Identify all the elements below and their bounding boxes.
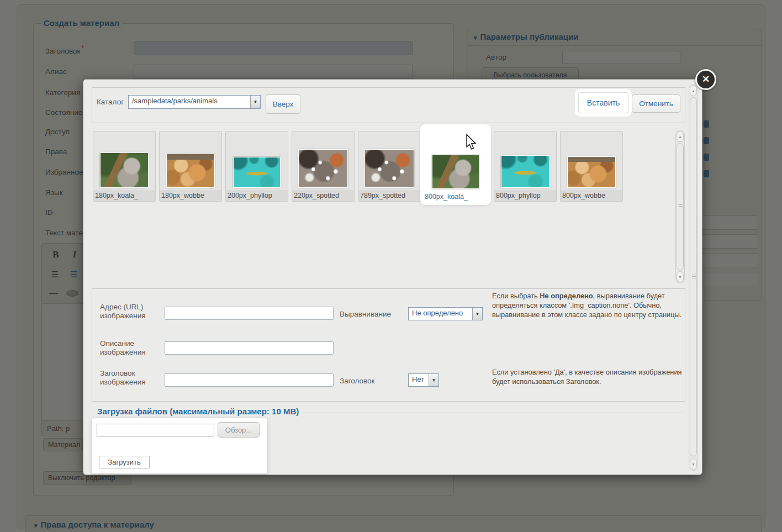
image-title-label: Заголовок изображения [100,369,162,387]
scroll-down-icon[interactable]: ▼ [677,271,684,282]
align-help-prefix: Если выбрать [492,292,540,300]
file-name: 220px_spotted [292,190,354,201]
quoll-image [364,149,414,188]
scrollbar-grip [679,204,683,208]
close-icon[interactable]: ✕ [695,69,716,90]
caption-help-text: Если установлено 'Да', в качестве описан… [492,367,689,386]
align-select[interactable]: Не определено ▼ [408,307,483,320]
modal-scrollbar[interactable]: ▲ ▼ [689,84,698,471]
sea-dragon-image [233,157,281,188]
image-title-input[interactable] [165,373,334,387]
file-thumbnail[interactable]: 800px_wobbe [560,131,623,202]
thumbnails-scrollbar[interactable]: ▲ ▼ [675,130,685,283]
file-thumbnail-selected[interactable]: 800px_koala_ [422,127,489,203]
upload-legend: Загрузка файлов (максимальный размер: 10… [94,407,302,416]
directory-select[interactable]: /sampledata/parks/animals ▼ [128,95,261,109]
file-name: 789px_spotted [358,190,420,201]
file-name: 200px_phyllop [226,190,288,201]
upload-highlight-box: Обзор... Загрузить [92,418,267,473]
wobbegong-image [567,156,616,188]
chevron-down-icon: ▼ [472,308,482,320]
file-name: 180px_koala_ [93,190,155,201]
cursor-icon [464,134,478,150]
up-button[interactable]: Вверх [266,94,300,114]
sea-dragon-image [501,155,549,188]
image-url-input[interactable] [165,307,334,320]
scroll-up-icon[interactable]: ▲ [677,131,684,142]
cancel-button[interactable]: Отменить [632,94,680,113]
file-name: 800px_koala_ [423,191,488,202]
file-thumbnail[interactable]: 180px_koala_ [93,131,156,202]
file-thumbnail[interactable]: 800px_phyllop [494,131,557,202]
chevron-down-icon: ▼ [429,374,438,386]
caption-label: Заголовок [340,377,374,385]
file-name: 800px_phyllop [494,190,556,201]
align-select-value: Не определено [409,308,472,320]
insert-button[interactable]: Вставить [578,92,628,113]
directory-label: Каталог [97,98,124,106]
caption-select[interactable]: Нет ▼ [408,373,439,387]
file-thumbnail[interactable]: 220px_spotted [292,131,355,202]
directory-select-value: /sampledata/parks/animals [129,96,250,108]
screen: Создать материал Заголовок* Алиас Катего… [0,0,782,532]
image-url-label: Адрес (URL) изображения [100,303,162,320]
koala-image [432,155,479,189]
wobbegong-image [166,154,215,188]
scrollbar-grip [692,275,696,278]
align-help-bold: Не определено [540,292,593,300]
browse-button[interactable]: Обзор... [218,422,260,438]
chevron-down-icon: ▼ [250,96,260,108]
image-insert-modal: ✕ Каталог /sampledata/parks/animals ▼ Вв… [83,79,702,475]
scroll-up-icon[interactable]: ▲ [690,85,697,96]
file-thumbnail[interactable]: 180px_wobbe [159,131,222,202]
scrollbar-thumb[interactable] [677,143,684,270]
image-desc-label: Описание изображения [100,339,162,357]
scroll-down-icon[interactable]: ▼ [690,459,697,470]
scrollbar-thumb[interactable] [690,97,697,456]
image-desc-input[interactable] [165,341,334,355]
koala-image [100,152,149,188]
align-help-text: Если выбрать Не определено, выравнивание… [492,291,689,319]
align-label: Выравнивание [340,310,391,318]
upload-button[interactable]: Загрузить [99,456,150,468]
file-name: 180px_wobbe [160,190,221,201]
file-thumbnail[interactable]: 789px_spotted [358,131,421,202]
file-name: 800px_wobbe [561,190,622,201]
file-path-input[interactable] [97,424,214,436]
file-thumbnail[interactable]: 200px_phyllop [225,131,288,202]
quoll-image [298,149,348,188]
caption-select-value: Нет [409,374,429,386]
